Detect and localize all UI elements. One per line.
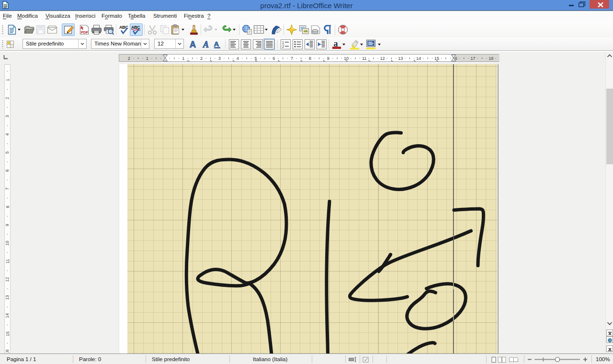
svg-text:A: A — [214, 40, 219, 48]
svg-text:PDF: PDF — [81, 30, 88, 34]
svg-text:2: 2 — [127, 56, 130, 61]
svg-text:15: 15 — [5, 331, 10, 336]
svg-text:13: 13 — [5, 295, 10, 300]
svg-text:A: A — [190, 40, 196, 49]
svg-text:16: 16 — [5, 350, 10, 353]
svg-text:1: 1 — [5, 79, 10, 81]
svg-text:17: 17 — [470, 56, 475, 61]
svg-text:18: 18 — [488, 56, 493, 61]
svg-text:4: 4 — [5, 133, 10, 136]
svg-text:13: 13 — [398, 56, 403, 61]
svg-text:11: 11 — [5, 259, 10, 264]
svg-text:7: 7 — [291, 56, 293, 61]
svg-text:3: 3 — [218, 56, 220, 61]
svg-text:6: 6 — [272, 56, 275, 61]
svg-text:12: 12 — [380, 56, 385, 61]
svg-text:3: 3 — [5, 115, 10, 117]
svg-text:2: 2 — [5, 97, 10, 99]
svg-text:A: A — [203, 40, 209, 49]
svg-text:11: 11 — [362, 56, 366, 61]
svg-text:4: 4 — [236, 56, 238, 61]
svg-text:8: 8 — [308, 56, 311, 61]
svg-text:14: 14 — [416, 56, 420, 61]
svg-text:9: 9 — [327, 56, 329, 61]
svg-text:5: 5 — [5, 151, 10, 154]
svg-text:10: 10 — [5, 241, 10, 246]
svg-text:14: 14 — [5, 313, 10, 318]
svg-text:2: 2 — [282, 44, 284, 48]
svg-text:8: 8 — [5, 205, 10, 208]
svg-text:12: 12 — [5, 277, 10, 282]
svg-text:1: 1 — [182, 56, 184, 61]
svg-text:7: 7 — [5, 188, 10, 190]
svg-text:2: 2 — [200, 56, 203, 61]
svg-text:1: 1 — [146, 56, 148, 61]
svg-text:9: 9 — [5, 224, 10, 226]
svg-text:6: 6 — [5, 170, 10, 172]
